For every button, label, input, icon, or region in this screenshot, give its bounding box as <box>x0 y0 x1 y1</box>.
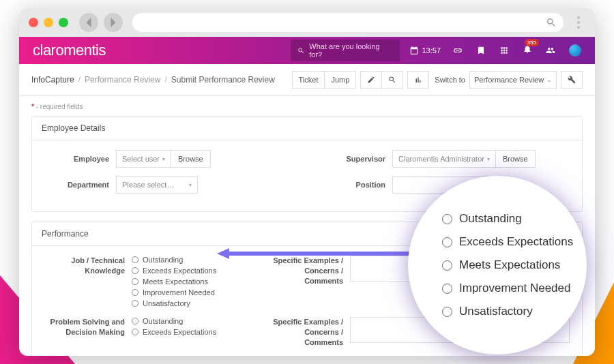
supervisor-label: Supervisor <box>321 155 392 163</box>
breadcrumb-current: Submit Performance Review <box>171 75 275 85</box>
department-label: Department <box>44 181 116 189</box>
back-button[interactable] <box>79 13 98 32</box>
callout-option: Exceeds Expectations <box>442 235 587 249</box>
bookmark-icon[interactable] <box>476 46 486 55</box>
window-minimize-icon[interactable] <box>44 18 53 27</box>
radio-option[interactable]: Meets Expectations <box>132 277 268 286</box>
window-maximize-icon[interactable] <box>59 18 68 27</box>
url-bar[interactable] <box>132 13 564 32</box>
breadcrumb-mid[interactable]: Performance Review <box>85 75 160 85</box>
supervisor-select[interactable]: Claromentis Administrator▾ <box>392 150 496 168</box>
radio-option[interactable]: Exceeds Expectations <box>132 267 268 275</box>
browse-button[interactable]: Browse <box>496 150 536 168</box>
ticket-button[interactable]: Ticket <box>292 71 325 89</box>
edit-button[interactable] <box>360 71 382 89</box>
browse-button[interactable]: Browse <box>171 150 211 168</box>
radio-option[interactable]: Exceeds Expectations <box>132 328 268 336</box>
comments-label: Specific Examples / Concerns / Comments <box>268 317 350 348</box>
link-icon[interactable] <box>453 46 463 55</box>
radio-option[interactable]: Improvement Needed <box>132 288 268 297</box>
notification-badge: 355 <box>525 39 539 46</box>
comments-label: Specific Examples / Concerns / Comments <box>268 256 350 310</box>
annotation-arrow <box>217 248 415 259</box>
jump-button[interactable]: Jump <box>325 71 356 89</box>
chevron-down-icon: ⌄ <box>546 76 552 83</box>
apps-icon[interactable] <box>499 46 509 55</box>
breadcrumb-row: InfoCapture / Performance Review / Submi… <box>19 64 595 96</box>
required-note: * - required fields <box>31 103 583 110</box>
global-search[interactable]: What are you looking for? <box>291 40 400 61</box>
app-header: claromentis What are you looking for? 13… <box>19 37 595 64</box>
q2-options: Outstanding Exceeds Expectations <box>132 317 268 348</box>
logo: claromentis <box>33 42 106 59</box>
q2-label: Problem Solving and Decision Making <box>44 317 132 348</box>
radio-option[interactable]: Outstanding <box>132 317 268 325</box>
settings-button[interactable] <box>561 71 583 89</box>
people-icon[interactable] <box>546 46 555 55</box>
header-time[interactable]: 13:57 <box>409 46 441 55</box>
callout-option: Outstanding <box>442 212 587 226</box>
switch-label: Switch to <box>435 76 465 84</box>
breadcrumb-root[interactable]: InfoCapture <box>31 75 74 85</box>
header-icons: 355 <box>453 44 581 57</box>
search-icon <box>388 76 396 84</box>
wrench-icon <box>568 76 576 84</box>
callout-option: Improvement Needed <box>442 282 587 295</box>
browser-chrome <box>19 8 595 37</box>
switch-select[interactable]: Performance Review ⌄ <box>469 71 557 89</box>
panel-title: Employee Details <box>32 117 582 140</box>
callout-option: Unsatisfactory <box>442 305 587 318</box>
magnifier-callout: Outstanding Exceeds Expectations Meets E… <box>408 176 587 354</box>
search-placeholder: What are you looking for? <box>309 42 393 59</box>
stats-button[interactable] <box>407 71 429 89</box>
notifications[interactable]: 355 <box>523 44 532 57</box>
department-select[interactable]: Please select…▾ <box>116 176 198 194</box>
q1-options: Outstanding Exceeds Expectations Meets E… <box>132 256 268 310</box>
q1-label: Job / Technical Knowledge <box>44 256 132 310</box>
browser-menu-icon[interactable] <box>572 16 585 29</box>
search-button[interactable] <box>382 71 403 89</box>
search-icon <box>297 47 305 55</box>
employee-label: Employee <box>44 155 116 163</box>
window-close-icon[interactable] <box>29 18 38 27</box>
search-icon <box>546 17 557 28</box>
chart-icon <box>414 76 422 84</box>
forward-button[interactable] <box>104 13 123 32</box>
calendar-icon <box>409 46 419 55</box>
avatar[interactable] <box>569 44 581 57</box>
edit-icon <box>367 76 375 84</box>
employee-select[interactable]: Select user▾ <box>116 150 171 168</box>
position-label: Position <box>321 181 392 189</box>
callout-option: Meets Expectations <box>442 258 587 272</box>
radio-option[interactable]: Unsatisfactory <box>132 299 268 307</box>
